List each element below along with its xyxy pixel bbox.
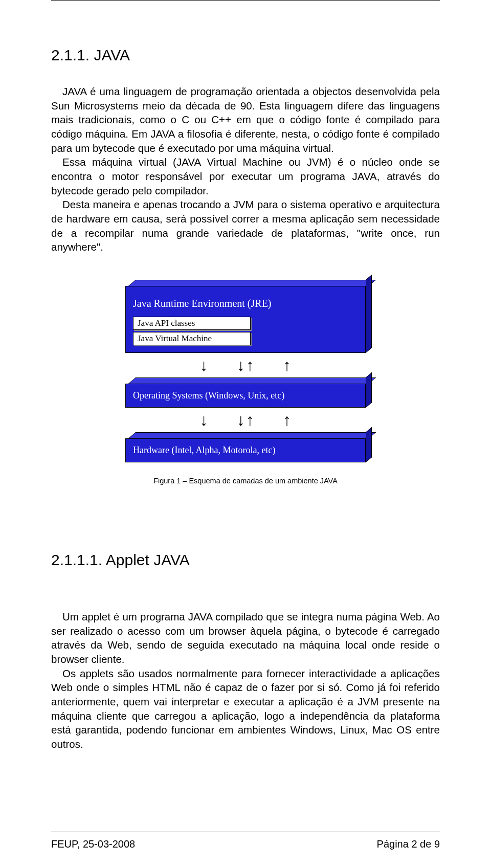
paragraph: Desta maneira e apenas trocando a JVM pa…: [51, 197, 440, 254]
text: JAVA é uma linguagem de programação orie…: [51, 85, 440, 154]
arrows-os-hw: [186, 408, 306, 432]
arrow-up-icon: [283, 357, 291, 373]
paragraph: Os applets são usados normalmente para f…: [51, 666, 440, 751]
arrow-down-icon: [200, 412, 208, 428]
arrow-up-icon: [246, 412, 254, 428]
java-layers-diagram: Java Runtime Environment (JRE) Java API …: [125, 280, 366, 485]
footer: FEUP, 25-03-2008 Página 2 de 9: [51, 838, 440, 850]
text: Os applets são usados normalmente para f…: [51, 667, 440, 750]
hw-box: Hardware (Intel, Alpha, Motorola, etc): [125, 432, 366, 462]
arrow-down-icon: [200, 357, 208, 373]
os-label: Operating Systems (Windows, Unix, etc): [125, 384, 366, 408]
bottom-rule: [51, 832, 440, 832]
api-classes-label: Java API classes: [133, 317, 251, 330]
hw-label: Hardware (Intel, Alpha, Motorola, etc): [125, 438, 366, 462]
figure-caption: Figura 1 – Esquema de camadas de um ambi…: [153, 477, 338, 485]
text: Desta maneira e apenas trocando a JVM pa…: [51, 198, 440, 253]
top-rule: [51, 0, 440, 1]
os-box: Operating Systems (Windows, Unix, etc): [125, 377, 366, 408]
paragraph: JAVA é uma linguagem de programação orie…: [51, 84, 440, 155]
text: Essa máquina virtual (JAVA Virtual Machi…: [51, 156, 440, 196]
paragraph: Um applet é um programa JAVA compilado q…: [51, 610, 440, 666]
arrow-up-icon: [283, 412, 291, 428]
footer-left: FEUP, 25-03-2008: [51, 838, 135, 850]
jvm-label: Java Virtual Machine: [133, 332, 251, 345]
paragraph: Essa máquina virtual (JAVA Virtual Machi…: [51, 155, 440, 197]
arrow-down-icon: [237, 412, 245, 428]
footer-right: Página 2 de 9: [377, 838, 440, 850]
text: Um applet é um programa JAVA compilado q…: [51, 611, 440, 665]
section-heading-java: 2.1.1. JAVA: [51, 47, 440, 64]
arrow-up-icon: [246, 357, 254, 373]
section-heading-applet: 2.1.1.1. Applet JAVA: [51, 551, 440, 569]
arrows-jre-os: [186, 353, 306, 377]
arrow-down-icon: [237, 357, 245, 373]
jre-label: Java Runtime Environment (JRE): [133, 298, 358, 309]
jre-box: Java Runtime Environment (JRE) Java API …: [125, 280, 366, 353]
